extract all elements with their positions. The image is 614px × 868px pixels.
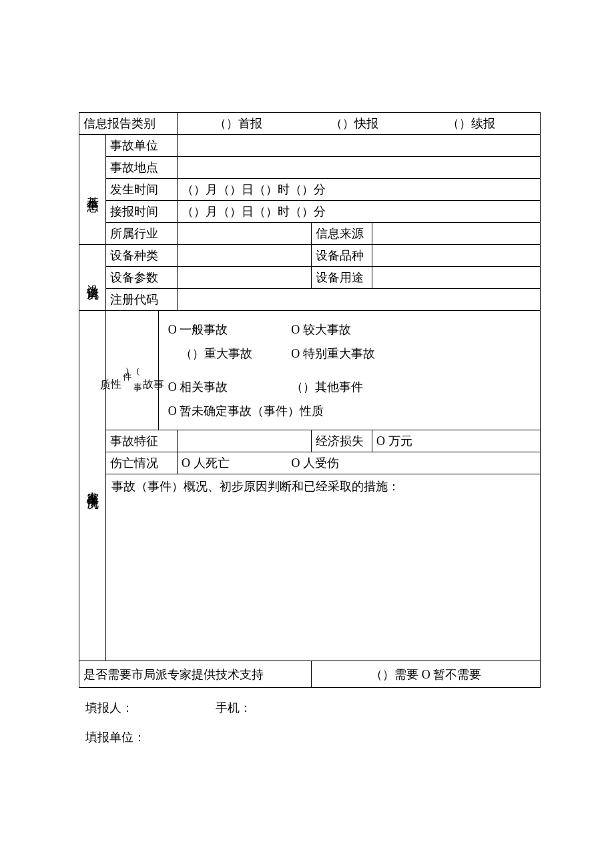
industry-label: 所属行业 (106, 223, 178, 245)
table-row: 设备参数 设备用途 (79, 267, 541, 289)
source-value[interactable] (372, 223, 541, 245)
table-row: 突发事件情况 事故(事件)性质 O 一般事故 O 较大事故 （）重大事故 O 特… (79, 311, 541, 373)
nature-section-label: 事故(事件)性质 (106, 311, 159, 430)
equip-reg-value[interactable] (178, 289, 541, 311)
location-label: 事故地点 (106, 157, 178, 179)
loss-value[interactable]: O 万元 (372, 430, 541, 452)
occur-time-value[interactable]: （）月（）日（）时（）分 (178, 179, 541, 201)
footer: 填报人： 手机： 填报单位： (79, 700, 541, 745)
equip-reg-label: 注册代码 (106, 289, 178, 311)
support-label: 是否需要市局派专家提供技术支持 (79, 661, 312, 688)
recv-time-value[interactable]: （）月（）日（）时（）分 (178, 201, 541, 223)
table-row: 所属行业 信息来源 (79, 223, 541, 245)
table-row: 事故（事件）概况、初步原因判断和已经采取的措施： (79, 474, 541, 661)
feature-value[interactable] (178, 430, 312, 452)
nature-options-1[interactable]: O 一般事故 O 较大事故 （）重大事故 O 特别重大事故 (158, 311, 540, 373)
table-row: 设备情况 设备种类 设备品种 (79, 245, 541, 267)
basic-section-label: 基本信息 (79, 135, 106, 245)
report-category-options[interactable]: （）首报 （）快报 （）续报 (178, 113, 541, 135)
equip-usage-value[interactable] (372, 267, 541, 289)
equip-usage-label: 设备用途 (312, 267, 372, 289)
support-options[interactable]: （）需要 O 暂不需要 (312, 661, 541, 688)
occur-time-label: 发生时间 (106, 179, 178, 201)
incident-section-label: 突发事件情况 (79, 311, 106, 661)
table-row: 基本信息 事故单位 (79, 135, 541, 157)
casualty-value[interactable]: O 人死亡 O 人受伤 (178, 452, 541, 474)
report-form-table: 信息报告类别 （）首报 （）快报 （）续报 基本信息 事故单位 事故地点 发生时… (79, 112, 541, 688)
table-row: 是否需要市局派专家提供技术支持 （）需要 O 暂不需要 (79, 661, 541, 688)
equip-type-label: 设备种类 (106, 245, 178, 267)
report-category-label: 信息报告类别 (79, 113, 178, 135)
table-row: 事故地点 (79, 157, 541, 179)
equip-type-value[interactable] (178, 245, 312, 267)
table-row: 注册代码 (79, 289, 541, 311)
reporter-label: 填报人： (85, 700, 212, 716)
industry-value[interactable] (178, 223, 312, 245)
desc-cell[interactable]: 事故（事件）概况、初步原因判断和已经采取的措施： (106, 474, 541, 661)
unit-value[interactable] (178, 135, 541, 157)
equip-section-label: 设备情况 (79, 245, 106, 311)
equip-variety-value[interactable] (372, 245, 541, 267)
recv-time-label: 接报时间 (106, 201, 178, 223)
table-row: 伤亡情况 O 人死亡 O 人受伤 (79, 452, 541, 474)
location-value[interactable] (178, 157, 541, 179)
table-row: 信息报告类别 （）首报 （）快报 （）续报 (79, 113, 541, 135)
table-row: 事故特征 经济损失 O 万元 (79, 430, 541, 452)
nature-options-2[interactable]: O 相关事故 （）其他事件 O 暂未确定事故（事件）性质 (158, 372, 540, 430)
equip-param-label: 设备参数 (106, 267, 178, 289)
table-row: 发生时间 （）月（）日（）时（）分 (79, 179, 541, 201)
table-row: 接报时间 （）月（）日（）时（）分 (79, 201, 541, 223)
report-unit-label: 填报单位： (85, 729, 145, 745)
equip-param-value[interactable] (178, 267, 312, 289)
desc-label: 事故（事件）概况、初步原因判断和已经采取的措施： (111, 480, 400, 493)
source-label: 信息来源 (312, 223, 372, 245)
equip-variety-label: 设备品种 (312, 245, 372, 267)
unit-label: 事故单位 (106, 135, 178, 157)
phone-label: 手机： (216, 700, 252, 716)
feature-label: 事故特征 (106, 430, 178, 452)
loss-label: 经济损失 (312, 430, 372, 452)
casualty-label: 伤亡情况 (106, 452, 178, 474)
